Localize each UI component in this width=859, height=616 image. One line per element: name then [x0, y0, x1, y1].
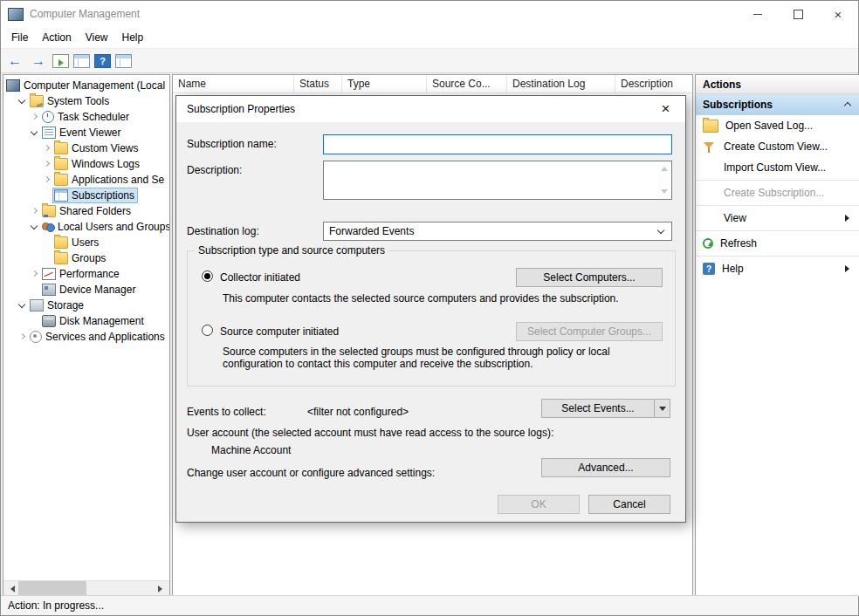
column-status[interactable]: Status — [294, 75, 342, 92]
tree-item-disk-management[interactable]: Disk Management — [3, 313, 169, 329]
folder-icon — [54, 174, 68, 186]
chevron-right-icon[interactable] — [30, 113, 39, 122]
users-icon — [42, 222, 54, 232]
tree-item-storage[interactable]: Storage — [3, 298, 169, 313]
action-refresh[interactable]: Refresh — [696, 233, 859, 254]
folder-icon — [54, 252, 68, 264]
column-name[interactable]: Name — [173, 75, 294, 92]
forward-icon[interactable] — [29, 51, 48, 71]
action-help[interactable]: Help — [696, 258, 859, 279]
chevron-right-icon[interactable] — [42, 160, 52, 169]
menu-file[interactable]: File — [4, 29, 35, 46]
destination-log-select[interactable]: Forwarded Events — [323, 222, 672, 241]
chevron-right-icon[interactable] — [42, 144, 52, 154]
chevron-down-icon[interactable] — [30, 222, 39, 232]
maximize-button[interactable] — [778, 1, 818, 27]
tree-item-computer-management[interactable]: Computer Management (Local — [3, 78, 169, 93]
collector-initiated-radio[interactable] — [202, 270, 213, 282]
chevron-down-icon[interactable] — [17, 97, 27, 106]
collapse-section-icon[interactable] — [843, 100, 852, 109]
source-computer-initiated-label[interactable]: Source computer initiated — [220, 325, 339, 338]
help-icon[interactable] — [94, 54, 111, 68]
submenu-arrow-icon — [845, 265, 853, 272]
tree-item-device-manager[interactable]: Device Manager — [3, 282, 169, 298]
menu-action[interactable]: Action — [35, 29, 78, 46]
action-import-custom-view[interactable]: Import Custom View... — [696, 157, 859, 178]
chevron-right-icon[interactable] — [30, 207, 39, 216]
description-label: Description: — [187, 164, 242, 176]
tree-item-windows-logs[interactable]: Windows Logs — [3, 156, 169, 172]
dialog-title-bar: Subscription Properties — [176, 96, 685, 122]
tree-item-applications-and-services[interactable]: Applications and Se — [3, 172, 169, 188]
textbox-scrollbar[interactable] — [657, 161, 671, 199]
chevron-down-icon[interactable] — [30, 128, 39, 138]
tree-item-system-tools[interactable]: System Tools — [3, 93, 169, 109]
tree-item-subscriptions[interactable]: Subscriptions — [3, 188, 169, 203]
maximize-icon — [794, 10, 803, 19]
chevron-down-icon[interactable] — [17, 301, 27, 311]
cancel-button[interactable]: Cancel — [588, 495, 670, 514]
action-pane-icon[interactable] — [115, 54, 132, 68]
column-source-computers[interactable]: Source Co... — [427, 75, 507, 92]
tree-item-local-users-and-groups[interactable]: Local Users and Groups — [3, 219, 169, 235]
submenu-arrow-icon — [845, 215, 853, 222]
tree-item-task-scheduler[interactable]: Task Scheduler — [3, 109, 169, 125]
scrollbar-thumb[interactable] — [18, 581, 86, 596]
action-create-custom-view[interactable]: Create Custom View... — [696, 136, 859, 157]
description-input[interactable] — [323, 161, 672, 200]
action-view[interactable]: View — [696, 208, 859, 229]
destination-log-value: Forwarded Events — [329, 225, 414, 237]
export-list-icon[interactable] — [52, 54, 69, 68]
advanced-button[interactable]: Advanced... — [541, 458, 670, 477]
column-destination-log[interactable]: Destination Log — [507, 75, 615, 92]
tree-item-users[interactable]: Users — [3, 235, 169, 250]
console-tree-icon[interactable] — [73, 54, 90, 68]
event-viewer-icon — [42, 127, 56, 139]
select-events-dropdown-icon[interactable] — [654, 400, 670, 417]
dialog-close-button[interactable] — [646, 96, 685, 122]
computer-icon — [6, 79, 20, 92]
chevron-right-icon[interactable] — [42, 175, 52, 185]
minimize-button[interactable] — [738, 1, 778, 27]
select-events-button[interactable]: Select Events... — [541, 399, 670, 418]
disk-management-icon — [42, 315, 56, 327]
source-description: Source computers in the selected groups … — [223, 346, 642, 370]
scroll-left-icon — [7, 585, 15, 592]
actions-section-subscriptions[interactable]: Subscriptions — [696, 94, 859, 115]
user-account-value: Machine Account — [211, 444, 291, 456]
window-title: Computer Management — [30, 8, 738, 20]
tree-item-event-viewer[interactable]: Event Viewer — [3, 125, 169, 140]
chevron-right-icon[interactable] — [30, 270, 39, 279]
subscriptions-icon — [54, 189, 68, 202]
console-tree: Computer Management (Local System Tools … — [3, 75, 169, 345]
menu-view[interactable]: View — [79, 29, 115, 46]
subscription-name-input[interactable] — [323, 134, 672, 154]
scroll-left-button[interactable] — [3, 581, 18, 596]
horizontal-scrollbar[interactable] — [3, 580, 169, 596]
tree-item-groups[interactable]: Groups — [3, 250, 169, 266]
chevron-spacer — [30, 317, 39, 326]
column-type[interactable]: Type — [342, 75, 427, 92]
action-open-saved-log[interactable]: Open Saved Log... — [696, 115, 859, 136]
back-icon[interactable] — [5, 51, 24, 71]
tree-item-services-and-applications[interactable]: Services and Applications — [3, 329, 169, 345]
tree-item-custom-views[interactable]: Custom Views — [3, 140, 169, 156]
close-button[interactable] — [818, 1, 858, 27]
scroll-right-button[interactable] — [155, 581, 169, 596]
chevron-right-icon[interactable] — [17, 332, 27, 342]
tree-item-performance[interactable]: Performance — [3, 266, 169, 282]
separator — [696, 205, 859, 206]
source-computer-initiated-radio[interactable] — [202, 325, 213, 336]
close-icon — [835, 8, 842, 21]
menu-help[interactable]: Help — [115, 29, 151, 46]
tree-item-shared-folders[interactable]: Shared Folders — [3, 203, 169, 219]
chevron-spacer — [30, 285, 39, 295]
user-account-note: User account (the selected account must … — [187, 427, 553, 439]
collector-initiated-label[interactable]: Collector initiated — [220, 271, 300, 284]
toolbar — [1, 48, 858, 73]
select-computers-button[interactable]: Select Computers... — [516, 268, 663, 287]
task-scheduler-icon — [42, 111, 54, 123]
scroll-down-icon — [661, 189, 668, 197]
dialog-title: Subscription Properties — [176, 103, 295, 115]
device-manager-icon — [42, 284, 56, 296]
